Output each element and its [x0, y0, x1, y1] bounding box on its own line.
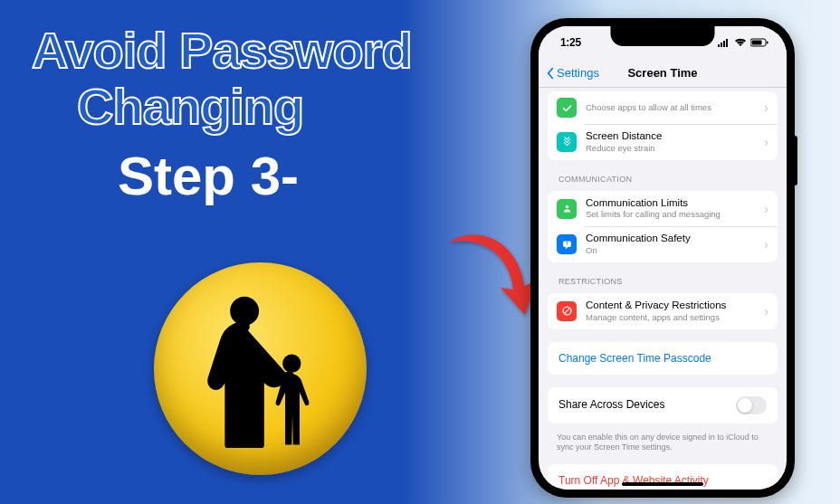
chevron-left-icon: [544, 67, 557, 80]
status-time: 1:25: [560, 36, 581, 49]
nav-bar: Settings Screen Time: [539, 59, 787, 88]
no-entry-icon: [557, 301, 577, 321]
section-restrictions: RESTRICTIONS: [539, 268, 787, 288]
person-bubble-icon: [557, 199, 577, 219]
battery-icon: [750, 38, 768, 47]
parental-controls-icon: [154, 262, 367, 475]
iphone-mockup: 1:25 Settings Screen Time Choose apps to…: [530, 18, 795, 498]
svg-line-13: [564, 309, 569, 314]
svg-rect-8: [767, 42, 768, 44]
svg-point-9: [565, 205, 568, 209]
home-indicator[interactable]: [622, 482, 703, 486]
back-button[interactable]: Settings: [539, 66, 599, 80]
section-communication: COMMUNICATION: [539, 166, 787, 185]
chevron-right-icon: ›: [764, 304, 768, 319]
toggle-share-devices[interactable]: [736, 396, 767, 414]
svg-rect-5: [726, 39, 728, 47]
settings-content[interactable]: Choose apps to allow at all times › Scre…: [539, 88, 787, 490]
chevron-right-icon: ›: [764, 135, 768, 149]
row-communication-safety[interactable]: ! Communication SafetyOn ›: [548, 226, 778, 262]
svg-rect-7: [752, 41, 762, 45]
row-always-allowed[interactable]: Choose apps to allow at all times ›: [548, 91, 778, 124]
svg-rect-3: [721, 43, 722, 47]
row-communication-limits[interactable]: Communication LimitsSet limits for calli…: [548, 191, 778, 227]
row-content-privacy-restrictions[interactable]: Content & Privacy RestrictionsManage con…: [548, 293, 778, 329]
row-screen-distance[interactable]: Screen DistanceReduce eye strain ›: [548, 124, 778, 160]
signal-icon: [718, 38, 730, 47]
chat-warning-icon: !: [557, 234, 577, 254]
link-change-passcode[interactable]: Change Screen Time Passcode: [548, 342, 778, 375]
tutorial-banner: Avoid Password Changing Step 3-: [32, 23, 484, 207]
checkmark-icon: [557, 98, 577, 118]
svg-rect-2: [718, 44, 720, 47]
svg-point-0: [230, 297, 259, 326]
back-label: Settings: [557, 66, 599, 80]
chevron-right-icon: ›: [764, 202, 768, 216]
svg-rect-4: [723, 41, 725, 47]
notch: [611, 26, 715, 46]
row-share-across-devices[interactable]: Share Across Devices: [548, 387, 778, 423]
wifi-icon: [734, 38, 747, 47]
step-label: Step 3-: [118, 145, 484, 207]
note-share: You can enable this on any device signed…: [539, 429, 787, 453]
chevron-right-icon: ›: [764, 237, 768, 252]
banner-title-line1: Avoid Password: [32, 23, 484, 79]
svg-text:!: !: [566, 241, 568, 246]
banner-title-line2: Changing: [77, 79, 484, 135]
distance-icon: [557, 132, 577, 152]
svg-point-1: [282, 355, 301, 373]
chevron-right-icon: ›: [764, 100, 768, 115]
